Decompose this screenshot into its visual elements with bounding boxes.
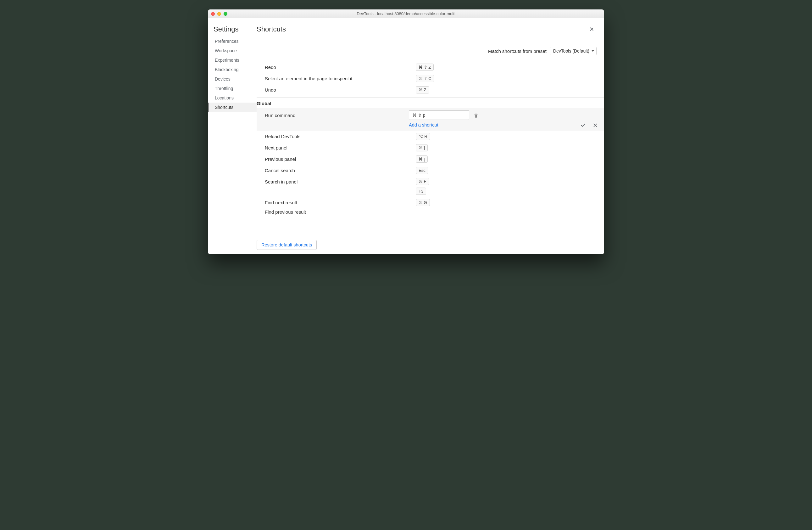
shortcut-label: Find previous result xyxy=(265,209,306,215)
add-shortcut-link[interactable]: Add a shortcut xyxy=(409,123,438,127)
shortcuts-scroll-area[interactable]: Redo ⌘ ⇧ Z Select an element in the page… xyxy=(257,61,604,254)
shortcut-label: Search in panel xyxy=(265,178,416,184)
shortcut-key: ⌘ ⇧ Z xyxy=(416,64,434,71)
shortcut-label: Find next result xyxy=(265,200,416,205)
delete-shortcut-button[interactable] xyxy=(474,113,478,118)
shortcut-key: F3 xyxy=(416,187,426,195)
sidebar-item-label: Throttling xyxy=(215,86,233,91)
preset-select-value: DevTools (Default) xyxy=(553,48,589,54)
sidebar-item-devices[interactable]: Devices xyxy=(208,74,257,84)
settings-panel: Settings Preferences Workspace Experimen… xyxy=(208,18,604,254)
preset-row: Match shortcuts from preset DevTools (De… xyxy=(257,38,604,61)
sidebar-heading: Settings xyxy=(208,25,257,37)
sidebar-item-preferences[interactable]: Preferences xyxy=(208,37,257,46)
shortcut-row-reload-devtools[interactable]: Reload DevTools ⌥ R xyxy=(257,130,604,142)
shortcut-label: Redo xyxy=(265,65,416,70)
shortcut-row-undo[interactable]: Undo ⌘ Z xyxy=(257,84,604,95)
sidebar-item-locations[interactable]: Locations xyxy=(208,93,257,102)
sidebar-item-label: Experiments xyxy=(215,58,239,62)
shortcut-key: ⌘ ] xyxy=(416,144,428,151)
shortcut-row-cancel-search[interactable]: Cancel search Esc xyxy=(257,165,604,176)
shortcut-row-run-command-editing: Run command ⌘ ⇧ p Add a shortcut xyxy=(257,108,604,130)
shortcuts-footer: Restore default shortcuts xyxy=(257,236,604,254)
sidebar-item-shortcuts[interactable]: Shortcuts xyxy=(208,102,257,112)
confirm-edit-button[interactable] xyxy=(580,123,586,128)
preset-select[interactable]: DevTools (Default) xyxy=(550,47,597,55)
window-title: DevTools - localhost:8080/demo/accessibl… xyxy=(208,11,604,16)
shortcut-label: Run command xyxy=(265,113,409,118)
shortcut-label: Previous panel xyxy=(265,156,416,162)
sidebar-item-blackboxing[interactable]: Blackboxing xyxy=(208,65,257,74)
restore-default-shortcuts-button[interactable]: Restore default shortcuts xyxy=(257,240,317,250)
minimize-window-button[interactable] xyxy=(217,12,221,16)
main-header: Shortcuts ✕ xyxy=(257,18,604,38)
shortcut-key: ⌘ Z xyxy=(416,86,429,94)
traffic-lights xyxy=(211,12,227,16)
settings-main: Shortcuts ✕ Match shortcuts from preset … xyxy=(257,18,604,254)
sidebar-item-label: Locations xyxy=(215,95,234,100)
add-shortcut-row: Add a shortcut xyxy=(409,123,597,127)
shortcut-label: Undo xyxy=(265,87,416,93)
shortcut-row-find-next[interactable]: Find next result ⌘ G xyxy=(257,197,604,208)
close-settings-button[interactable]: ✕ xyxy=(587,25,597,34)
shortcut-row-inspect-element[interactable]: Select an element in the page to inspect… xyxy=(257,73,604,84)
shortcut-row-next-panel[interactable]: Next panel ⌘ ] xyxy=(257,142,604,153)
close-window-button[interactable] xyxy=(211,12,215,16)
devtools-window: DevTools - localhost:8080/demo/accessibl… xyxy=(208,10,604,254)
shortcut-key: ⌘ [ xyxy=(416,155,428,163)
settings-sidebar: Settings Preferences Workspace Experimen… xyxy=(208,18,257,254)
shortcut-label: Next panel xyxy=(265,145,416,151)
close-icon xyxy=(593,123,598,128)
sidebar-item-experiments[interactable]: Experiments xyxy=(208,55,257,65)
shortcut-key: ⌥ R xyxy=(416,133,430,140)
shortcut-key: ⌘ G xyxy=(416,199,430,206)
shortcut-label: Cancel search xyxy=(265,168,416,173)
shortcut-row-previous-panel[interactable]: Previous panel ⌘ [ xyxy=(257,153,604,165)
sidebar-item-label: Preferences xyxy=(215,39,238,44)
shortcut-key: ⌘ ⇧ C xyxy=(416,75,434,82)
shortcut-input-value: ⌘ ⇧ p xyxy=(412,113,425,118)
shortcut-label: Reload DevTools xyxy=(265,134,416,139)
shortcut-row-redo[interactable]: Redo ⌘ ⇧ Z xyxy=(257,61,604,73)
trash-icon xyxy=(474,113,478,118)
shortcuts-list: Redo ⌘ ⇧ Z Select an element in the page… xyxy=(257,61,604,215)
shortcut-input[interactable]: ⌘ ⇧ p xyxy=(409,110,469,120)
check-icon xyxy=(580,123,586,128)
page-title: Shortcuts xyxy=(257,25,286,33)
edit-actions xyxy=(580,123,598,128)
shortcut-label: Select an element in the page to inspect… xyxy=(265,76,416,81)
sidebar-item-label: Shortcuts xyxy=(215,105,233,110)
window-titlebar: DevTools - localhost:8080/demo/accessibl… xyxy=(208,10,604,18)
shortcut-row-search-in-panel[interactable]: Search in panel ⌘ F F3 xyxy=(257,176,604,197)
sidebar-item-workspace[interactable]: Workspace xyxy=(208,46,257,55)
zoom-window-button[interactable] xyxy=(223,12,227,16)
preset-label: Match shortcuts from preset xyxy=(488,48,547,54)
shortcut-key: Esc xyxy=(416,167,428,174)
sidebar-item-label: Blackboxing xyxy=(215,67,239,72)
cancel-edit-button[interactable] xyxy=(593,123,598,128)
shortcut-key: ⌘ F xyxy=(416,178,429,185)
sidebar-item-throttling[interactable]: Throttling xyxy=(208,84,257,93)
shortcut-row-find-previous-partial[interactable]: Find previous result xyxy=(257,208,604,215)
sidebar-item-label: Devices xyxy=(215,76,231,82)
section-header-global: Global xyxy=(257,97,604,108)
sidebar-item-label: Workspace xyxy=(215,48,237,53)
